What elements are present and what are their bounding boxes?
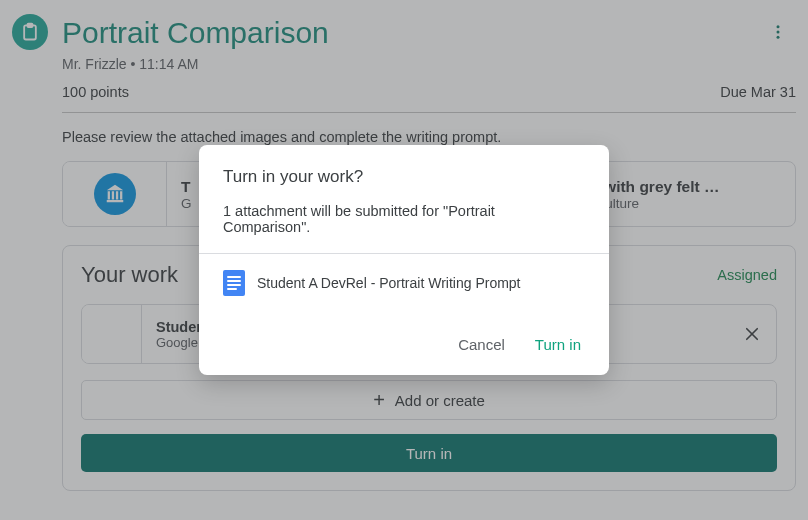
confirm-turn-in-button[interactable]: Turn in: [531, 328, 585, 361]
turn-in-dialog: Turn in your work? 1 attachment will be …: [199, 145, 609, 375]
dialog-title: Turn in your work?: [223, 167, 585, 187]
google-docs-icon: [223, 270, 245, 296]
dialog-divider: [199, 253, 609, 254]
dialog-body: 1 attachment will be submitted for "Port…: [223, 203, 585, 235]
dialog-attachment-row: Student A DevRel - Portrait Writing Prom…: [223, 270, 585, 296]
cancel-button[interactable]: Cancel: [454, 328, 509, 361]
dialog-attachment-name: Student A DevRel - Portrait Writing Prom…: [257, 275, 521, 291]
modal-scrim[interactable]: Turn in your work? 1 attachment will be …: [0, 0, 808, 520]
